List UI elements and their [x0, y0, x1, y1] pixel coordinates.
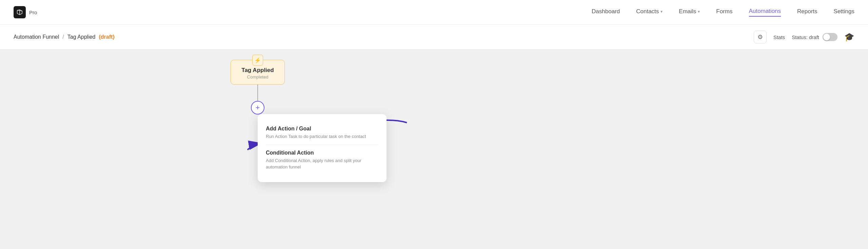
nav-emails[interactable]: Emails ▾	[679, 8, 700, 16]
automation-canvas: ⚡ Tag Applied Completed + Add Action / G…	[0, 50, 868, 249]
settings-gear-button[interactable]: ⚙	[754, 31, 767, 43]
logo-text: Pro	[29, 10, 37, 15]
breadcrumb-right: ⚙ Stats Status: draft 🎓	[754, 31, 854, 43]
emails-chevron-icon: ▾	[698, 9, 700, 14]
breadcrumb-draft-status: (draft)	[99, 34, 115, 40]
status-area: Status: draft	[792, 33, 837, 41]
top-nav: Pro Dashboard Contacts ▾ Emails ▾ Forms …	[0, 0, 868, 25]
status-text: Status: draft	[792, 34, 819, 40]
trigger-icon: ⚡	[252, 55, 263, 66]
annotation-arrows	[0, 50, 868, 249]
contacts-chevron-icon: ▾	[660, 9, 663, 14]
conditional-action-title: Conditional Action	[266, 150, 378, 156]
tag-applied-node[interactable]: ⚡ Tag Applied Completed	[231, 60, 285, 85]
logo-icon[interactable]	[14, 6, 26, 18]
add-action-goal-option[interactable]: Add Action / Goal Run Action Task to do …	[266, 121, 378, 145]
nav-dashboard[interactable]: Dashboard	[592, 8, 620, 16]
breadcrumb-separator: /	[62, 34, 64, 40]
conditional-action-option[interactable]: Conditional Action Add Conditional Actio…	[266, 145, 378, 175]
nav-links: Dashboard Contacts ▾ Emails ▾ Forms Auto…	[592, 8, 854, 17]
breadcrumb-parent[interactable]: Automation Funnel	[14, 34, 59, 40]
stats-label: Stats	[773, 34, 785, 40]
nav-automations[interactable]: Automations	[749, 8, 781, 17]
add-action-goal-desc: Run Action Task to do particular task on…	[266, 133, 378, 140]
nav-forms[interactable]: Forms	[716, 8, 732, 16]
nav-reports[interactable]: Reports	[797, 8, 817, 16]
connector-line	[257, 85, 258, 101]
breadcrumb-bar: Automation Funnel / Tag Applied (draft) …	[0, 25, 868, 50]
status-toggle[interactable]	[823, 33, 837, 41]
nav-contacts[interactable]: Contacts ▾	[636, 8, 663, 16]
node-title: Tag Applied	[239, 67, 276, 74]
add-step-button[interactable]: +	[251, 101, 264, 114]
node-container: ⚡ Tag Applied Completed +	[231, 60, 285, 114]
conditional-action-desc: Add Conditional Action, apply rules and …	[266, 157, 378, 171]
breadcrumb: Automation Funnel / Tag Applied (draft)	[14, 34, 115, 40]
add-action-popup: Add Action / Goal Run Action Task to do …	[258, 114, 387, 182]
gear-icon: ⚙	[757, 33, 763, 41]
help-graduation-icon[interactable]: 🎓	[844, 32, 854, 42]
breadcrumb-current: Tag Applied	[67, 34, 96, 40]
nav-settings[interactable]: Settings	[834, 8, 854, 16]
add-action-goal-title: Add Action / Goal	[266, 126, 378, 132]
node-subtitle: Completed	[239, 74, 276, 79]
logo-area: Pro	[14, 6, 37, 18]
